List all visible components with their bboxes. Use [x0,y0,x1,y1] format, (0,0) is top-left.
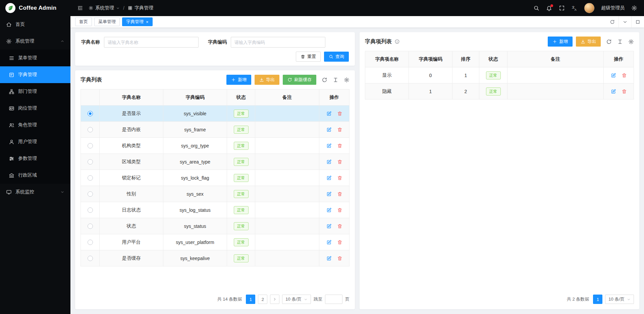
row-radio[interactable] [88,256,93,261]
page-size-select[interactable]: 10 条/页 [605,295,634,304]
jump-page-input[interactable] [325,295,342,304]
delete-icon[interactable] [337,256,342,261]
edit-icon[interactable] [326,207,332,213]
dict-code-input[interactable] [231,37,325,48]
table-row[interactable]: 隐藏12正常 [365,83,634,100]
delete-icon[interactable] [337,240,342,245]
table-row[interactable]: 用户平台sys_user_platform正常 [81,234,350,250]
table-settings-gear-icon[interactable] [628,39,634,45]
delete-icon[interactable] [622,73,627,78]
sidebar-item-param[interactable]: 参数管理 [0,150,70,167]
table-row[interactable]: 区域类型sys_area_type正常 [81,154,350,170]
sidebar-item-role[interactable]: 角色管理 [0,117,70,133]
sidebar-item-user[interactable]: 用户管理 [0,133,70,150]
row-radio[interactable] [88,207,93,213]
row-radio[interactable] [88,191,93,197]
translate-icon[interactable]: 文A [572,5,578,11]
edit-icon[interactable] [326,127,332,132]
delete-icon[interactable] [337,191,342,197]
table-row[interactable]: 是否内嵌sys_frame正常 [81,122,350,138]
sidebar-item-region[interactable]: 行政区域 [0,167,70,184]
delete-icon[interactable] [622,89,627,94]
dict-name-input[interactable] [104,37,199,48]
refresh-table-icon[interactable] [606,39,612,45]
delete-icon[interactable] [337,143,342,148]
username[interactable]: 超级管理员 [601,5,625,11]
delete-icon[interactable] [337,175,342,181]
delete-icon[interactable] [337,159,342,165]
dict-code-label: 字典编码 [208,39,227,45]
sidebar-group-system[interactable]: 系统管理 [0,33,70,50]
sidebar-item-dept[interactable]: 部门管理 [0,83,70,100]
search-icon[interactable] [533,5,539,11]
tab-2[interactable]: 字典管理× [122,17,153,26]
tab-menu-chevron-icon[interactable] [619,16,631,27]
table-row[interactable]: 是否显示sys_visible正常 [81,106,350,122]
tab-1[interactable]: 菜单管理 [94,17,120,26]
refresh-cache-button[interactable]: 刷新缓存 [283,75,316,85]
maximize-content-icon[interactable] [631,16,644,27]
reset-button[interactable]: 重置 [296,52,321,62]
row-radio[interactable] [88,111,93,116]
sidebar-item-menu[interactable]: 菜单管理 [0,50,70,66]
page-button-1[interactable]: 1 [593,295,602,304]
refresh-table-icon[interactable] [322,77,327,83]
table-row[interactable]: 锁定标记sys_lock_flag正常 [81,170,350,186]
edit-icon[interactable] [611,89,616,94]
export-dict-button[interactable]: 导出 [255,75,279,85]
collapse-sidebar-icon[interactable] [77,5,83,11]
edit-icon[interactable] [326,159,332,165]
table-row[interactable]: 日志状态sys_log_status正常 [81,202,350,218]
table-row[interactable]: 是否缓存sys_keepalive正常 [81,250,350,266]
edit-icon[interactable] [611,73,616,78]
sidebar-group-monitor[interactable]: 系统监控 [0,184,70,200]
query-button[interactable]: 查询 [324,52,349,62]
export-items-button[interactable]: 导出 [576,37,601,47]
tab-0[interactable]: 首页 [75,17,92,26]
page-size-select[interactable]: 10 条/页 [282,295,311,304]
table-row[interactable]: 状态sys_status正常 [81,218,350,234]
column-settings-icon[interactable] [333,77,338,83]
delete-icon[interactable] [337,127,342,132]
table-settings-gear-icon[interactable] [344,77,350,83]
edit-icon[interactable] [326,240,332,245]
delete-icon[interactable] [337,111,342,116]
sidebar-item-post[interactable]: 岗位管理 [0,100,70,117]
page-button-1[interactable]: 1 [246,295,255,304]
next-page-button[interactable] [270,295,279,304]
edit-icon[interactable] [326,143,332,148]
page-button-2[interactable]: 2 [258,295,267,304]
sidebar-item-label: 菜单管理 [18,55,37,61]
fullscreen-icon[interactable] [559,5,565,11]
dict-code-cell: sys_log_status [163,202,227,218]
column-settings-icon[interactable] [617,39,623,45]
delete-icon[interactable] [337,207,342,213]
row-radio[interactable] [88,175,93,181]
avatar[interactable] [584,3,594,13]
edit-icon[interactable] [326,256,332,261]
edit-icon[interactable] [326,111,332,116]
add-dict-button[interactable]: 新增 [226,75,251,85]
sidebar-item-dict[interactable]: 字典管理 [0,66,70,83]
row-radio[interactable] [88,127,93,132]
row-radio[interactable] [88,240,93,245]
table-row[interactable]: 显示01正常 [365,67,634,83]
row-radio[interactable] [88,224,93,229]
refresh-page-icon[interactable] [606,16,619,27]
row-radio[interactable] [88,159,93,165]
bell-icon[interactable] [546,5,552,11]
row-radio[interactable] [88,143,93,148]
chevron-down-icon [60,190,64,194]
breadcrumb-item-system[interactable]: 系统管理 [89,5,120,11]
add-item-button[interactable]: 新增 [548,37,573,47]
dict-name-label: 字典名称 [81,39,100,45]
edit-icon[interactable] [326,191,332,197]
table-row[interactable]: 性别sys_sex正常 [81,186,350,202]
edit-icon[interactable] [326,224,332,229]
sidebar-item-home[interactable]: 首页 [0,16,70,33]
delete-icon[interactable] [337,224,342,229]
edit-icon[interactable] [326,175,332,181]
table-row[interactable]: 机构类型sys_org_type正常 [81,138,350,154]
close-icon[interactable]: × [146,20,149,24]
settings-gear-icon[interactable] [631,5,637,11]
